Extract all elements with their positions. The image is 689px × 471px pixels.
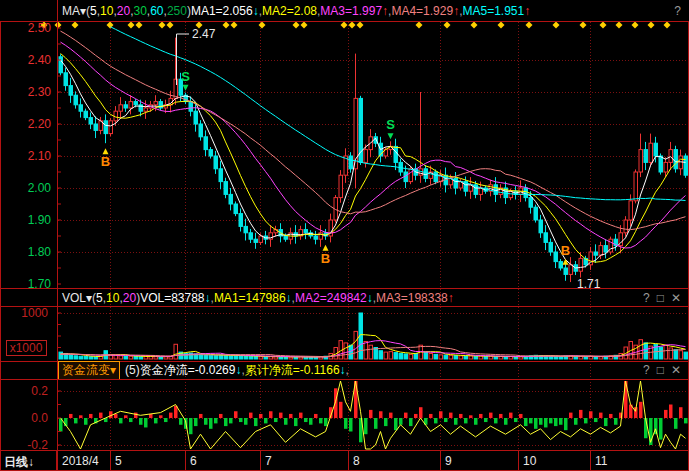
event-diamond-icon[interactable] (128, 22, 135, 29)
volume-bar (504, 357, 508, 359)
volume-bar (154, 357, 158, 359)
event-diamond-icon[interactable] (632, 22, 639, 29)
event-diamond-icon[interactable] (648, 22, 655, 29)
candlestick (594, 252, 598, 255)
volume-bar (384, 352, 388, 359)
flow-bar (464, 418, 468, 423)
event-diamond-icon[interactable] (231, 22, 238, 29)
flow-bar (259, 414, 263, 418)
flow-bar (369, 410, 373, 418)
flow-bar (194, 418, 198, 426)
event-diamond-icon[interactable] (167, 22, 174, 29)
event-diamond-icon[interactable] (301, 22, 308, 29)
candlestick (604, 246, 608, 252)
flow-bar (189, 418, 193, 434)
volume-bar (94, 357, 98, 359)
candlestick (209, 150, 213, 156)
volume-bar (209, 355, 213, 359)
event-diamond-icon[interactable] (293, 22, 300, 29)
candlestick (219, 169, 223, 182)
svg-text:S: S (181, 69, 190, 84)
flow-bar (529, 418, 533, 423)
close-icon[interactable]: ✕ (671, 291, 681, 305)
candlestick (544, 233, 548, 243)
volume-bar (134, 356, 138, 359)
legend-segment: ↑ (448, 291, 454, 305)
candlestick (394, 146, 398, 162)
event-diamond-icon[interactable] (223, 22, 230, 29)
ma-indicator-dropdown[interactable]: MA▾ (62, 4, 86, 18)
svg-text:2.20: 2.20 (28, 117, 52, 131)
candlestick (59, 57, 63, 73)
event-diamond-icon[interactable] (616, 22, 623, 29)
volume-bar (669, 348, 673, 359)
event-diamond-icon[interactable] (444, 22, 451, 29)
event-diamond-icon[interactable] (72, 22, 79, 29)
volume-bar (204, 355, 208, 359)
volume-bar (239, 356, 243, 359)
chart-canvas[interactable]: BSBSB2.471.712.502.402.302.202.102.001.9… (0, 0, 689, 471)
close-icon[interactable]: ✕ (671, 363, 681, 377)
flow-bar (209, 418, 213, 429)
candlestick (529, 198, 533, 208)
svg-text:2.40: 2.40 (28, 53, 52, 67)
money-flow-legend-header: 资金流变▾(5) 资金净流=-0.0269 ↓ ,累计净流=-0.1166 ↓ … (0, 361, 689, 379)
event-diamond-icon[interactable] (357, 22, 364, 29)
candlestick (224, 182, 228, 195)
legend-segment: 30 (133, 4, 146, 18)
volume-bar (279, 357, 283, 359)
event-diamond-icon[interactable] (471, 22, 478, 29)
flow-bar (454, 418, 458, 425)
candlestick (109, 121, 113, 134)
flow-bar (269, 411, 273, 418)
event-diamond-icon[interactable] (526, 22, 533, 29)
volume-bar (599, 357, 603, 359)
month-label: 9 (445, 454, 452, 468)
flow-bar (584, 418, 588, 423)
help-icon[interactable]: ? (643, 291, 650, 305)
event-diamond-icon[interactable] (259, 22, 266, 29)
maximize-icon[interactable]: □ (657, 291, 664, 305)
flow-bar (539, 418, 543, 425)
candlestick (249, 233, 253, 239)
legend-segment: 20 (123, 291, 136, 305)
help-icon[interactable]: ? (643, 363, 650, 377)
volume-bar (399, 353, 403, 359)
volume-bar (224, 356, 228, 359)
event-diamond-icon[interactable] (580, 22, 587, 29)
maximize-icon[interactable]: □ (657, 363, 664, 377)
volume-bar (244, 356, 248, 359)
event-diamond-icon[interactable] (498, 22, 505, 29)
flow-bar (499, 414, 503, 418)
volume-bar (494, 357, 498, 359)
candlestick (629, 201, 633, 220)
event-diamond-icon[interactable] (553, 22, 560, 29)
svg-text:0.0: 0.0 (31, 411, 48, 425)
volume-bar (74, 356, 78, 359)
event-diamond-icon[interactable] (600, 22, 607, 29)
event-diamond-icon[interactable] (664, 22, 671, 29)
candlestick (84, 111, 88, 117)
volume-legend-header: VOL▾ (5,10,20) VOL=83788 ↓ ,MA1=147986 ↓… (0, 289, 689, 306)
help-icon[interactable]: ? (674, 4, 681, 18)
flow-bar (569, 413, 573, 418)
candlestick (79, 105, 83, 111)
flow-bar (89, 414, 93, 418)
event-diamond-icon[interactable] (341, 22, 348, 29)
event-diamond-icon[interactable] (349, 22, 356, 29)
event-diamond-icon[interactable] (136, 22, 143, 29)
legend-segment: 资金净流=-0.0269 (140, 362, 236, 379)
flow-bar (479, 414, 483, 418)
candlestick (684, 156, 688, 175)
event-diamond-icon[interactable] (159, 22, 166, 29)
flow-bar (374, 418, 378, 429)
event-diamond-icon[interactable] (416, 22, 423, 29)
volume-bar (304, 357, 308, 359)
flow-bar (214, 418, 218, 423)
flow-indicator-dropdown[interactable]: 资金流变▾ (58, 361, 120, 379)
volume-bar (344, 343, 348, 359)
flow-bar (574, 418, 578, 425)
candlestick (199, 124, 203, 137)
period-selector[interactable]: 日线↓ (4, 454, 34, 471)
vol-indicator-dropdown[interactable]: VOL▾ (62, 291, 92, 305)
